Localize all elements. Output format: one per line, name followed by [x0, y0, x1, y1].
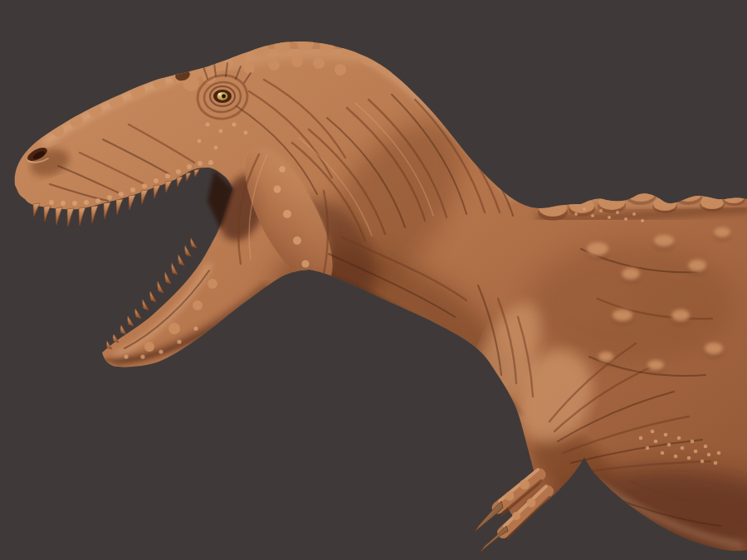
render-canvas	[0, 0, 747, 560]
sculpt-viewport[interactable]	[0, 0, 747, 560]
eye-pupil	[222, 95, 226, 99]
eye-specular	[218, 93, 221, 95]
